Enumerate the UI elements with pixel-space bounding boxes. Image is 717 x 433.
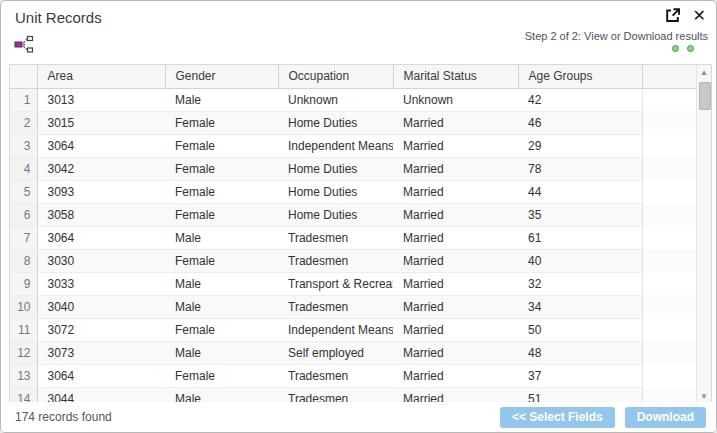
vertical-scrollbar[interactable]: ▲ ▼ [696, 65, 711, 404]
table-cell: Married [393, 249, 518, 272]
table-cell: Male [165, 272, 278, 295]
table-cell: 32 [518, 272, 642, 295]
table-cell: Independent Means... [278, 134, 393, 157]
table-cell: 3064 [37, 226, 165, 249]
row-number-cell: 6 [10, 203, 37, 226]
table-cell: 29 [518, 134, 642, 157]
table-cell: Married [393, 203, 518, 226]
scrollbar-thumb[interactable] [699, 82, 711, 110]
export-icon[interactable] [664, 7, 681, 24]
filler-cell [642, 364, 698, 387]
table-cell: Married [393, 180, 518, 203]
filler-cell [642, 203, 698, 226]
table-cell: 3040 [37, 295, 165, 318]
step-status-text: Step 2 of 2: View or Download results [525, 30, 708, 42]
scroll-up-arrow-icon[interactable]: ▲ [697, 65, 711, 80]
table-cell: Female [165, 180, 278, 203]
table-row[interactable]: 63058FemaleHome DutiesMarried35 [10, 203, 698, 226]
table-cell: Self employed [278, 341, 393, 364]
filler-header [642, 65, 698, 88]
table-row[interactable]: 93033MaleTransport & Recreat...Married32 [10, 272, 698, 295]
table-cell: 35 [518, 203, 642, 226]
table-cell: 3030 [37, 249, 165, 272]
column-header-gender[interactable]: Gender [165, 65, 278, 88]
download-button[interactable]: Download [625, 407, 706, 428]
fields-tree-icon[interactable] [13, 33, 35, 55]
table-cell: Married [393, 111, 518, 134]
table-row[interactable]: 43042FemaleHome DutiesMarried78 [10, 157, 698, 180]
table-row[interactable]: 23015FemaleHome DutiesMarried46 [10, 111, 698, 134]
records-found-text: 174 records found [15, 410, 490, 424]
table-cell: Female [165, 364, 278, 387]
filler-cell [642, 295, 698, 318]
records-table: Area Gender Occupation Marital Status Ag… [10, 65, 698, 404]
table-cell: Tradesmen [278, 295, 393, 318]
table-cell: Female [165, 249, 278, 272]
table-row[interactable]: 53093FemaleHome DutiesMarried44 [10, 180, 698, 203]
table-cell: 61 [518, 226, 642, 249]
table-cell: Home Duties [278, 111, 393, 134]
table-row[interactable]: 33064FemaleIndependent Means...Married29 [10, 134, 698, 157]
table-row[interactable]: 73064MaleTradesmenMarried61 [10, 226, 698, 249]
table-row[interactable]: 123073MaleSelf employedMarried48 [10, 341, 698, 364]
table-row[interactable]: 103040MaleTradesmenMarried34 [10, 295, 698, 318]
table-cell: 3064 [37, 364, 165, 387]
table-cell: Male [165, 88, 278, 111]
column-header-age-groups[interactable]: Age Groups [518, 65, 642, 88]
table-cell: Transport & Recreat... [278, 272, 393, 295]
column-header-area[interactable]: Area [37, 65, 165, 88]
table-row[interactable]: 113072FemaleIndependent Means...Married5… [10, 318, 698, 341]
select-fields-button[interactable]: << Select Fields [500, 407, 615, 428]
filler-cell [642, 341, 698, 364]
filler-cell [642, 180, 698, 203]
table-cell: Home Duties [278, 157, 393, 180]
dialog-title: Unit Records [15, 9, 102, 26]
step-indicator-dot [687, 45, 694, 52]
table-cell: 3064 [37, 134, 165, 157]
filler-cell [642, 226, 698, 249]
row-number-cell: 13 [10, 364, 37, 387]
table-cell: 3033 [37, 272, 165, 295]
table-cell: 37 [518, 364, 642, 387]
table-cell: Married [393, 341, 518, 364]
column-header-marital-status[interactable]: Marital Status [393, 65, 518, 88]
table-cell: Female [165, 111, 278, 134]
row-number-cell: 9 [10, 272, 37, 295]
table-cell: 48 [518, 341, 642, 364]
table-cell: Married [393, 318, 518, 341]
table-cell: Male [165, 226, 278, 249]
table-cell: Married [393, 157, 518, 180]
table-cell: Tradesmen [278, 249, 393, 272]
row-number-cell: 11 [10, 318, 37, 341]
table-cell: Tradesmen [278, 226, 393, 249]
close-icon[interactable]: ✕ [693, 8, 706, 24]
table-cell: 3072 [37, 318, 165, 341]
filler-cell [642, 157, 698, 180]
dialog-footer: 174 records found << Select Fields Downl… [1, 402, 716, 432]
table-cell: 42 [518, 88, 642, 111]
table-cell: Male [165, 341, 278, 364]
step-indicator [672, 45, 694, 52]
table-body: 13013MaleUnknownUnknown4223015FemaleHome… [10, 88, 698, 404]
table-cell: Unknown [393, 88, 518, 111]
records-grid: Area Gender Occupation Marital Status Ag… [9, 64, 712, 404]
table-cell: 34 [518, 295, 642, 318]
table-cell: Independent Means... [278, 318, 393, 341]
window-controls: ✕ [664, 7, 706, 24]
row-number-cell: 1 [10, 88, 37, 111]
table-cell: Married [393, 364, 518, 387]
table-row[interactable]: 133064FemaleTradesmenMarried37 [10, 364, 698, 387]
row-number-cell: 3 [10, 134, 37, 157]
filler-cell [642, 272, 698, 295]
table-cell: Tradesmen [278, 364, 393, 387]
table-row[interactable]: 83030FemaleTradesmenMarried40 [10, 249, 698, 272]
column-header-occupation[interactable]: Occupation [278, 65, 393, 88]
filler-cell [642, 111, 698, 134]
step-indicator-dot [672, 45, 679, 52]
table-row[interactable]: 13013MaleUnknownUnknown42 [10, 88, 698, 111]
table-cell: 3058 [37, 203, 165, 226]
table-cell: 3042 [37, 157, 165, 180]
table-cell: Married [393, 295, 518, 318]
table-header-row: Area Gender Occupation Marital Status Ag… [10, 65, 698, 88]
table-cell: 3093 [37, 180, 165, 203]
